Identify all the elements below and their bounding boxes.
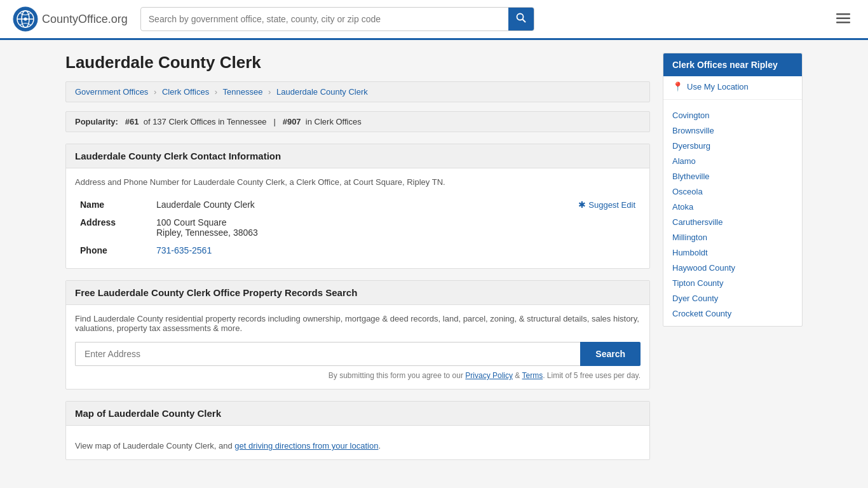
sidebar-box: Clerk Offices near Ripley 📍 Use My Locat…: [663, 53, 803, 327]
svg-rect-8: [836, 18, 850, 20]
svg-rect-7: [836, 13, 850, 15]
site-header: CountyOffice.org: [0, 0, 868, 40]
list-item: Humboldt: [663, 245, 802, 260]
svg-line-6: [522, 20, 526, 23]
logo-link[interactable]: CountyOffice.org: [13, 6, 128, 32]
breadcrumb-link-current[interactable]: Lauderdale County Clerk: [276, 87, 368, 97]
contact-phone-row: Phone 731-635-2561: [75, 241, 641, 259]
breadcrumb-link-state[interactable]: Tennessee: [223, 87, 263, 97]
breadcrumb-separator-1: ›: [154, 87, 156, 97]
sidebar-link-osceola[interactable]: Osceola: [672, 187, 703, 196]
map-section: Map of Lauderdale County Clerk View map …: [65, 401, 650, 460]
pin-icon: 📍: [672, 81, 683, 92]
logo-icon: [13, 6, 38, 32]
list-item: Covington: [663, 107, 802, 123]
svg-point-5: [517, 14, 523, 20]
use-my-location-link[interactable]: 📍 Use My Location: [663, 76, 802, 97]
sidebar-links-list: Covington Brownsville Dyersburg Alamo Bl…: [663, 102, 802, 326]
contact-section-body: Address and Phone Number for Lauderdale …: [66, 168, 649, 268]
global-search-button[interactable]: [508, 8, 534, 30]
phone-link[interactable]: 731-635-2561: [156, 245, 212, 255]
contact-phone-value: 731-635-2561: [151, 241, 641, 259]
address-search-button[interactable]: Search: [580, 342, 641, 366]
breadcrumb-separator-2: ›: [215, 87, 217, 97]
contact-name-value: Lauderdale County Clerk ✱ Suggest Edit: [151, 196, 641, 214]
popularity-overall-rank: #907: [283, 117, 301, 126]
breadcrumb-separator-3: ›: [268, 87, 271, 97]
page-title: Lauderdale County Clerk: [65, 53, 650, 72]
contact-name-row: Name Lauderdale County Clerk ✱ Suggest E…: [75, 196, 641, 214]
breadcrumb-link-clerk[interactable]: Clerk Offices: [162, 87, 209, 97]
contact-name-label: Name: [75, 196, 151, 214]
svg-point-4: [24, 18, 27, 21]
sidebar-link-millington[interactable]: Millington: [672, 233, 707, 242]
popularity-bar: Popularity: #61 of 137 Clerk Offices in …: [65, 111, 650, 132]
sidebar-link-brownsville[interactable]: Brownsville: [672, 126, 714, 135]
list-item: Dyer County: [663, 290, 802, 306]
terms-link[interactable]: Terms: [522, 371, 543, 380]
sidebar-link-blytheville[interactable]: Blytheville: [672, 172, 710, 181]
property-section-header: Free Lauderdale County Clerk Office Prop…: [66, 281, 649, 305]
sidebar-title: Clerk Offices near Ripley: [663, 53, 802, 76]
list-item: Alamo: [663, 153, 802, 168]
property-section-body: Find Lauderdale County residential prope…: [66, 305, 649, 389]
sidebar-link-dyersburg[interactable]: Dyersburg: [672, 141, 710, 151]
contact-address-label: Address: [75, 214, 151, 241]
svg-rect-9: [836, 22, 850, 24]
list-item: Caruthersville: [663, 214, 802, 229]
contact-description: Address and Phone Number for Lauderdale …: [75, 177, 641, 187]
contact-phone-label: Phone: [75, 241, 151, 259]
main-container: Lauderdale County Clerk Government Offic…: [53, 40, 815, 484]
property-search-form: Search: [75, 342, 641, 366]
sidebar-link-covington[interactable]: Covington: [672, 111, 710, 120]
list-item: Tipton County: [663, 275, 802, 290]
logo-text: CountyOffice.org: [42, 13, 128, 26]
sidebar-link-dyer[interactable]: Dyer County: [672, 294, 718, 303]
sidebar-divider: [663, 99, 802, 100]
list-item: Blytheville: [663, 168, 802, 184]
breadcrumb: Government Offices › Clerk Offices › Ten…: [65, 81, 650, 102]
sidebar-link-humboldt[interactable]: Humboldt: [672, 248, 708, 257]
list-item: Atoka: [663, 199, 802, 214]
suggest-edit-link[interactable]: ✱ Suggest Edit: [578, 200, 635, 210]
list-item: Osceola: [663, 184, 802, 199]
list-item: Millington: [663, 229, 802, 245]
list-item: Brownsville: [663, 123, 802, 138]
address-search-input[interactable]: [75, 342, 580, 366]
sidebar-link-haywood[interactable]: Haywood County: [672, 263, 735, 273]
sidebar-link-tipton[interactable]: Tipton County: [672, 278, 723, 288]
sidebar-link-atoka[interactable]: Atoka: [672, 202, 693, 212]
map-description: View map of Lauderdale County Clerk, and…: [75, 441, 641, 451]
property-search-section: Free Lauderdale County Clerk Office Prop…: [65, 280, 650, 390]
sidebar-link-alamo[interactable]: Alamo: [672, 156, 696, 166]
global-search-bar: [140, 7, 534, 31]
map-section-body: View map of Lauderdale County Clerk, and…: [66, 426, 649, 459]
list-item: Dyersburg: [663, 138, 802, 153]
popularity-rank: #61: [125, 117, 139, 126]
contact-table: Name Lauderdale County Clerk ✱ Suggest E…: [75, 196, 641, 259]
breadcrumb-link-gov[interactable]: Government Offices: [75, 87, 148, 97]
popularity-overall-label: in Clerk Offices: [306, 117, 362, 126]
menu-icon[interactable]: [831, 8, 855, 30]
popularity-total: 137 Clerk Offices in Tennessee: [153, 117, 266, 126]
global-search-input[interactable]: [141, 9, 508, 29]
list-item: Crockett County: [663, 306, 802, 321]
contact-section: Lauderdale County Clerk Contact Informat…: [65, 144, 650, 269]
driving-directions-link[interactable]: get driving directions from your locatio…: [234, 441, 378, 451]
contact-address-row: Address 100 Court Square Ripley, Tenness…: [75, 214, 641, 241]
map-section-header: Map of Lauderdale County Clerk: [66, 402, 649, 426]
list-item: Haywood County: [663, 260, 802, 275]
edit-icon: ✱: [578, 200, 586, 210]
sidebar-link-caruthersville[interactable]: Caruthersville: [672, 217, 722, 227]
contact-section-header: Lauderdale County Clerk Contact Informat…: [66, 144, 649, 168]
popularity-label: Popularity:: [75, 117, 118, 126]
form-disclaimer: By submitting this form you agree to our…: [75, 371, 641, 380]
search-icon: [516, 13, 526, 23]
sidebar: Clerk Offices near Ripley 📍 Use My Locat…: [663, 53, 803, 471]
sidebar-link-crockett[interactable]: Crockett County: [672, 309, 731, 318]
contact-address-value: 100 Court Square Ripley, Tennessee, 3806…: [151, 214, 641, 241]
privacy-policy-link[interactable]: Privacy Policy: [465, 371, 513, 380]
property-description: Find Lauderdale County residential prope…: [75, 314, 641, 333]
content-area: Lauderdale County Clerk Government Offic…: [65, 53, 650, 471]
